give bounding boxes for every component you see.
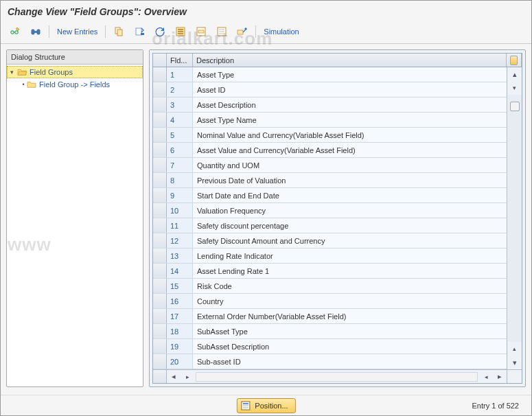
select-block-button[interactable] [192, 24, 210, 39]
cell-description[interactable]: Nominal Value and Currency(Variable Asse… [193, 128, 507, 142]
cell-fld[interactable]: 12 [167, 233, 193, 248]
find-button[interactable] [27, 24, 45, 39]
cell-fld[interactable]: 13 [167, 249, 193, 263]
scroll-thumb[interactable] [510, 102, 520, 111]
cell-fld[interactable]: 1 [167, 67, 193, 82]
cell-fld[interactable]: 7 [167, 158, 193, 172]
cell-description[interactable]: Asset Type Name [193, 113, 507, 127]
cell-fld[interactable]: 6 [167, 143, 193, 157]
row-selector[interactable] [153, 309, 167, 323]
tree-node-field-groups[interactable]: ▾ Field Groups [7, 66, 143, 78]
scroll-down-button[interactable]: ▾ [508, 356, 522, 369]
scroll-right-step-button[interactable]: ◂ [479, 370, 493, 384]
cell-description[interactable]: Risk Code [193, 279, 507, 293]
cell-fld[interactable]: 8 [167, 173, 193, 187]
table-row[interactable]: 10Valuation Frequency [153, 203, 507, 218]
table-row[interactable]: 2Asset ID [153, 82, 507, 97]
row-selector[interactable] [153, 143, 167, 157]
table-row[interactable]: 15Risk Code [153, 279, 507, 294]
deselect-all-button[interactable] [213, 24, 231, 39]
cell-description[interactable]: Asset ID [193, 82, 507, 97]
collapse-icon[interactable]: ▾ [10, 69, 17, 76]
position-button[interactable]: Position... [236, 398, 295, 413]
row-selector[interactable] [153, 188, 167, 203]
scroll-up-step-button[interactable]: ▾ [508, 81, 522, 95]
cell-description[interactable]: SubAsset Type [193, 324, 507, 338]
delete-button[interactable] [130, 24, 148, 39]
cell-fld[interactable]: 15 [167, 279, 193, 293]
select-all-button[interactable] [172, 24, 189, 39]
row-select-header[interactable] [153, 54, 167, 67]
scroll-right-button[interactable]: ▸ [493, 370, 507, 384]
scroll-left-step-button[interactable]: ▸ [181, 370, 194, 384]
table-row[interactable]: 3Asset Description [153, 97, 507, 113]
row-selector[interactable] [153, 279, 167, 293]
cell-description[interactable]: SubAsset Description [193, 339, 507, 354]
cell-fld[interactable]: 16 [167, 294, 193, 308]
row-selector[interactable] [153, 113, 167, 127]
cell-fld[interactable]: 4 [167, 113, 193, 127]
cell-description[interactable]: Previous Date of Valuation [193, 173, 507, 187]
cell-fld[interactable]: 2 [167, 82, 193, 97]
cell-description[interactable]: Quantity and UOM [193, 158, 507, 172]
row-selector[interactable] [153, 294, 167, 308]
cell-fld[interactable]: 11 [167, 218, 193, 233]
vertical-scrollbar[interactable]: ▴ ▾ ▴ ▾ [507, 67, 522, 369]
cell-fld[interactable]: 9 [167, 188, 193, 203]
cell-fld[interactable]: 19 [167, 339, 193, 354]
cell-description[interactable]: Start Date and End Date [193, 188, 507, 203]
cell-fld[interactable]: 18 [167, 324, 193, 338]
cell-description[interactable]: External Order Number(Variable Asset Fie… [193, 309, 507, 323]
row-selector[interactable] [153, 173, 167, 187]
table-row[interactable]: 11Safety discount percentage [153, 218, 507, 233]
cell-fld[interactable]: 17 [167, 309, 193, 323]
table-row[interactable]: 7Quantity and UOM [153, 158, 507, 173]
undo-change-button[interactable] [151, 24, 169, 39]
cell-description[interactable]: Safety discount percentage [193, 218, 507, 233]
row-selector[interactable] [153, 249, 167, 263]
row-selector[interactable] [153, 97, 167, 112]
row-selector[interactable] [153, 339, 167, 354]
cell-description[interactable]: Asset Value and Currency(Variable Asset … [193, 143, 507, 157]
scroll-up-button[interactable]: ▴ [508, 67, 522, 81]
row-selector[interactable] [153, 67, 167, 82]
horizontal-scrollbar[interactable]: ◂ ▸ ◂ ▸ [153, 369, 522, 383]
scroll-down-step-button[interactable]: ▴ [508, 342, 522, 356]
row-selector[interactable] [153, 128, 167, 142]
copy-as-button[interactable] [110, 24, 128, 39]
cell-fld[interactable]: 20 [167, 354, 193, 369]
table-row[interactable]: 17External Order Number(Variable Asset F… [153, 309, 507, 324]
table-row[interactable]: 14Asset Lending Rate 1 [153, 264, 507, 279]
cell-description[interactable]: Asset Type [193, 67, 507, 82]
table-row[interactable]: 1Asset Type [153, 67, 507, 82]
table-row[interactable]: 16Country [153, 294, 507, 309]
cell-fld[interactable]: 3 [167, 97, 193, 112]
col-header-description[interactable]: Description [193, 54, 507, 67]
table-row[interactable]: 18SubAsset Type [153, 324, 507, 339]
new-entries-button[interactable]: New Entries [54, 24, 101, 39]
hscroll-track[interactable] [196, 372, 478, 382]
row-selector[interactable] [153, 264, 167, 278]
table-row[interactable]: 8Previous Date of Valuation [153, 173, 507, 188]
toggle-display-change-button[interactable] [6, 24, 24, 39]
cell-fld[interactable]: 5 [167, 128, 193, 142]
row-selector[interactable] [153, 354, 167, 369]
table-row[interactable]: 9Start Date and End Date [153, 188, 507, 203]
row-selector[interactable] [153, 82, 167, 97]
tree-node-field-group-fields[interactable]: • Field Group -> Fields [7, 78, 143, 91]
row-selector[interactable] [153, 218, 167, 233]
cell-description[interactable]: Country [193, 294, 507, 308]
simulation-button[interactable]: Simulation [260, 24, 302, 39]
cell-fld[interactable]: 14 [167, 264, 193, 278]
table-row[interactable]: 4Asset Type Name [153, 113, 507, 128]
table-row[interactable]: 6Asset Value and Currency(Variable Asset… [153, 143, 507, 158]
cell-description[interactable]: Asset Lending Rate 1 [193, 264, 507, 278]
col-header-fld[interactable]: Fld... [167, 54, 193, 67]
table-settings-button[interactable] [507, 54, 522, 67]
row-selector[interactable] [153, 324, 167, 338]
scroll-left-button[interactable]: ◂ [167, 370, 181, 384]
cell-description[interactable]: Lending Rate Indicator [193, 249, 507, 263]
cell-description[interactable]: Safety Discount Amount and Currency [193, 233, 507, 248]
cell-description[interactable]: Valuation Frequency [193, 203, 507, 218]
table-row[interactable]: 13Lending Rate Indicator [153, 249, 507, 264]
